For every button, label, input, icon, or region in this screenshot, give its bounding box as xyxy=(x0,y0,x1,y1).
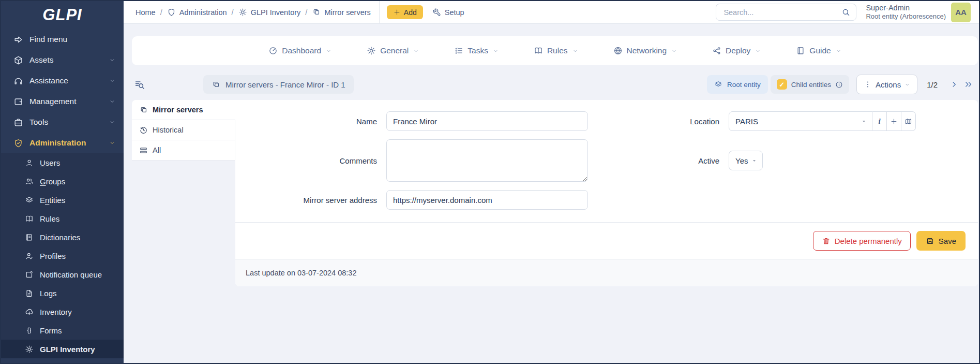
root-entity-badge[interactable]: Root entity xyxy=(707,75,768,94)
share-icon xyxy=(712,46,721,55)
active-select[interactable]: Yes xyxy=(729,151,763,170)
address-input[interactable] xyxy=(386,190,588,210)
sidebar-item-label: Forms xyxy=(40,326,62,335)
chevron-down-icon xyxy=(836,48,841,54)
sidebar-item-users[interactable]: Users xyxy=(1,153,124,172)
last-record-button[interactable] xyxy=(961,76,976,93)
breadcrumb-separator: / xyxy=(160,8,162,17)
location-map-button[interactable] xyxy=(901,111,916,131)
delete-button[interactable]: Delete permanently xyxy=(813,231,911,251)
sidebar-item-label: Rules xyxy=(40,214,59,223)
sidebar-item-label: Management xyxy=(29,97,76,106)
add-button[interactable]: Add xyxy=(387,5,423,19)
info-circle-icon[interactable] xyxy=(835,81,843,89)
shield-check-icon xyxy=(13,138,23,148)
sidebar-item-logs[interactable]: Logs xyxy=(1,284,124,302)
sidebar-item-glpi-inventory[interactable]: GLPI Inventory xyxy=(1,340,124,358)
breadcrumb-glpi-inventory[interactable]: GLPI Inventory xyxy=(238,8,301,17)
avatar[interactable]: AA xyxy=(951,3,971,22)
sidebar-item-rules[interactable]: Rules xyxy=(1,209,124,228)
gear-icon xyxy=(367,46,376,55)
child-entities-toggle[interactable]: ✓ Child entities xyxy=(771,75,849,94)
chevron-right-icon xyxy=(949,80,959,89)
tab-networking[interactable]: Networking xyxy=(613,46,677,55)
breadcrumb-home[interactable]: Home xyxy=(132,8,156,17)
tab-guide[interactable]: Guide xyxy=(796,46,841,55)
search-input[interactable] xyxy=(722,8,837,17)
plus-icon xyxy=(890,118,898,125)
sidebar-item-profiles[interactable]: Profiles xyxy=(1,246,124,265)
location-add-button[interactable] xyxy=(887,111,901,131)
sidebar-item-label: Assistance xyxy=(29,76,68,85)
sidebar-item-dictionaries[interactable]: Dictionaries xyxy=(1,228,124,246)
breadcrumb-mirror-servers[interactable]: Mirror servers xyxy=(312,8,370,17)
search-icon[interactable] xyxy=(841,8,851,17)
address-label: Mirror server address xyxy=(235,196,386,205)
child-entities-checkbox[interactable]: ✓ xyxy=(777,79,787,90)
location-label: Location xyxy=(588,117,729,126)
name-label: Name xyxy=(235,117,386,126)
sidebar-item-label: Entities xyxy=(40,196,65,205)
sidebar-item-groups[interactable]: Groups xyxy=(1,172,124,191)
sidebar-item-label: Notification queue xyxy=(40,270,102,279)
breadcrumb-separator: / xyxy=(305,8,307,17)
sidebar-item-assets[interactable]: Assets xyxy=(1,50,124,70)
tab-rules[interactable]: Rules xyxy=(534,46,578,55)
wrench-icon xyxy=(432,8,441,17)
filter-search-icon[interactable] xyxy=(134,79,145,90)
sidebar-item-label: Find menu xyxy=(29,35,67,44)
tab-dashboard[interactable]: Dashboard xyxy=(268,46,331,55)
user-entity: Root entity (Arborescence) xyxy=(866,12,946,21)
page-indicator: 1/2 xyxy=(927,80,938,89)
breadcrumb-administration[interactable]: Administration xyxy=(167,8,227,17)
sidebar-item-tools[interactable]: Tools xyxy=(1,112,124,133)
shield-icon xyxy=(167,8,176,17)
comments-label: Comments xyxy=(235,156,386,165)
chevron-down-icon xyxy=(755,48,761,54)
sidebar-item-management[interactable]: Management xyxy=(1,91,124,112)
vtab-mirror-servers[interactable]: Mirror servers xyxy=(132,100,235,120)
setup-button[interactable]: Setup xyxy=(432,8,464,17)
name-input[interactable] xyxy=(386,111,588,131)
caret-down-icon xyxy=(861,118,867,125)
mirror-server-form: Name Location PARIS i Comments xyxy=(235,100,978,222)
chevron-down-icon xyxy=(109,57,115,63)
vtab-historical[interactable]: Historical xyxy=(132,120,235,140)
sidebar-item-assistance[interactable]: Assistance xyxy=(1,70,124,91)
next-record-button[interactable] xyxy=(947,76,961,93)
location-group: PARIS i xyxy=(729,111,916,131)
glpi-logo[interactable]: GLPI xyxy=(1,1,124,29)
location-info-button[interactable]: i xyxy=(872,111,887,131)
mirror-server-form-card: Name Location PARIS i Comments xyxy=(235,100,978,286)
floppy-icon xyxy=(926,237,934,245)
user-name: Super-Admin xyxy=(866,3,946,13)
administration-submenu: Users Groups Entities Rules Dictionaries… xyxy=(1,153,124,358)
location-select[interactable]: PARIS xyxy=(729,111,872,131)
record-title-pill[interactable]: Mirror servers - France Miror - ID 1 xyxy=(203,75,354,94)
tab-deploy[interactable]: Deploy xyxy=(712,46,761,55)
vtab-all[interactable]: All xyxy=(132,140,235,161)
tab-tasks[interactable]: Tasks xyxy=(454,46,499,55)
copy-icon xyxy=(139,106,148,114)
layers-icon xyxy=(25,196,34,205)
tab-general[interactable]: General xyxy=(367,46,419,55)
chevron-down-icon xyxy=(572,48,578,54)
list-check-icon xyxy=(454,46,463,55)
sidebar-item-administration[interactable]: Administration xyxy=(1,133,124,153)
world-icon xyxy=(613,46,623,55)
sidebar-item-label: Logs xyxy=(40,289,57,298)
sidebar-item-find-menu[interactable]: Find menu xyxy=(1,29,124,50)
actions-button[interactable]: Actions xyxy=(856,75,917,94)
sidebar-item-entities[interactable]: Entities xyxy=(1,191,124,209)
record-content: Mirror servers Historical All Name Locat… xyxy=(132,100,978,286)
sidebar-item-forms[interactable]: Forms xyxy=(1,321,124,340)
arrow-big-right-icon xyxy=(13,35,23,45)
chevron-down-icon xyxy=(904,82,910,88)
sidebar-item-inventory[interactable]: Inventory xyxy=(1,302,124,321)
sidebar-item-label: Administration xyxy=(29,138,86,148)
user-info: Super-Admin Root entity (Arborescence) xyxy=(866,3,946,22)
sidebar-item-notification-queue[interactable]: Notification queue xyxy=(1,265,124,284)
chevron-down-icon xyxy=(326,48,331,54)
comments-textarea[interactable] xyxy=(386,139,588,182)
save-button[interactable]: Save xyxy=(916,231,966,251)
